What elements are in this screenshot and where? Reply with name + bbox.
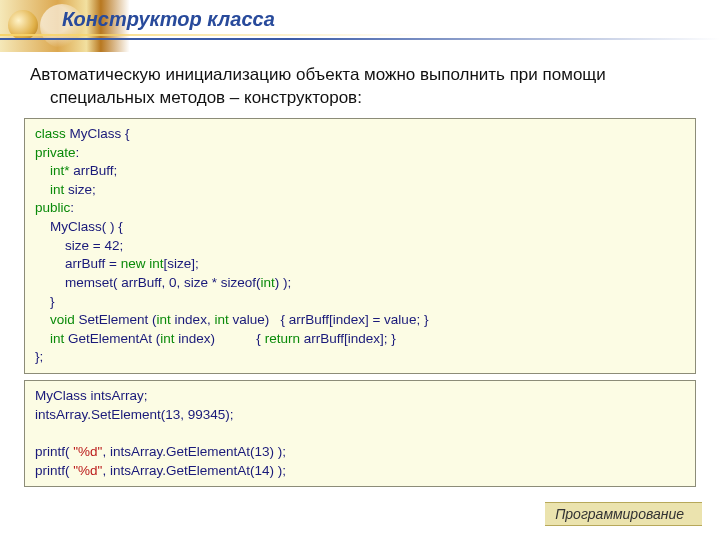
slide-title: Конструктор класса [62,8,275,31]
code-block-usage-example: MyClass intsArray; intsArray.SetElement(… [24,380,696,487]
header-accent-blue [0,38,720,40]
code-block-class-definition: class MyClass { private: int* arrBuff; i… [24,118,696,374]
header-accent-gold [0,34,720,36]
slide-header: Конструктор класса [0,0,720,52]
intro-paragraph: Автоматическую инициализацию объекта мож… [30,64,680,110]
footer-label: Программирование [545,502,702,526]
